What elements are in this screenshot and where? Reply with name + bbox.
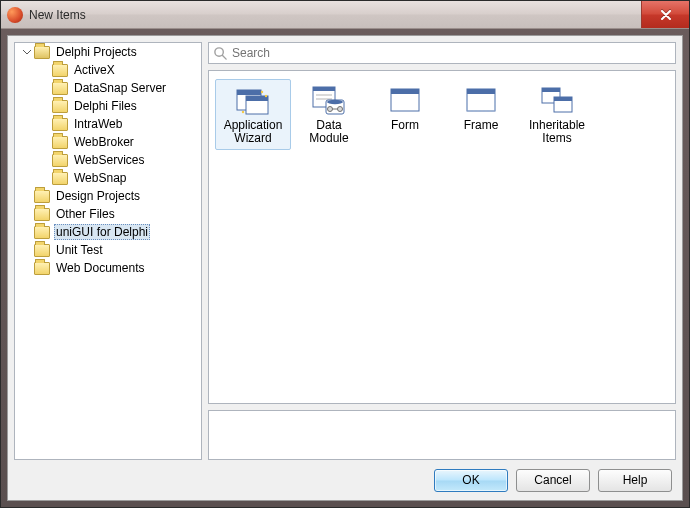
search-box[interactable] [208, 42, 676, 64]
wizard-icon [236, 84, 270, 116]
folder-icon [52, 64, 68, 77]
folder-icon [34, 244, 50, 257]
folder-icon [52, 172, 68, 185]
gallery-item-label: DataModule [309, 119, 348, 145]
expander-placeholder [21, 244, 33, 256]
gallery-item[interactable]: ApplicationWizard [215, 79, 291, 150]
gallery-item-label: Form [391, 119, 419, 132]
tree-node-label: IntraWeb [72, 117, 124, 131]
tree-node[interactable]: ActiveX [15, 61, 201, 79]
frame-icon [464, 84, 498, 116]
folder-icon [34, 262, 50, 275]
svg-point-0 [215, 47, 223, 55]
search-input[interactable] [232, 46, 671, 60]
folder-icon [52, 154, 68, 167]
tree-node-label: Delphi Projects [54, 45, 139, 59]
expander-placeholder [21, 226, 33, 238]
split-area: Delphi ProjectsActiveXDataSnap ServerDel… [8, 36, 682, 460]
tree-node-label: DataSnap Server [72, 81, 168, 95]
expander-placeholder [21, 190, 33, 202]
gallery-item[interactable]: InheritableItems [519, 79, 595, 150]
tree-node[interactable]: Other Files [15, 205, 201, 223]
tree-node[interactable]: WebBroker [15, 133, 201, 151]
titlebar: New Items [1, 1, 689, 29]
tree-node-label: WebSnap [72, 171, 128, 185]
folder-icon [34, 190, 50, 203]
dialog-window: New Items Delphi ProjectsActiveXDataSnap… [0, 0, 690, 508]
form-icon [388, 84, 422, 116]
folder-icon [52, 100, 68, 113]
expander-placeholder [39, 64, 51, 76]
client-frame: Delphi ProjectsActiveXDataSnap ServerDel… [1, 29, 689, 507]
expander-placeholder [39, 154, 51, 166]
tree-node-label: Design Projects [54, 189, 142, 203]
folder-icon [52, 136, 68, 149]
window-title: New Items [29, 8, 641, 22]
tree-node[interactable]: uniGUI for Delphi [15, 223, 201, 241]
tree-node-label: uniGUI for Delphi [54, 224, 150, 240]
expander-placeholder [39, 118, 51, 130]
folder-icon [34, 226, 50, 239]
tree-node[interactable]: WebServices [15, 151, 201, 169]
close-icon [660, 10, 672, 20]
tree-node[interactable]: Web Documents [15, 259, 201, 277]
tree-node-label: WebBroker [72, 135, 136, 149]
folder-icon [52, 82, 68, 95]
item-list[interactable]: ApplicationWizardDataModuleFormFrameInhe… [208, 70, 676, 404]
gallery-item-label: InheritableItems [529, 119, 585, 145]
tree-node[interactable]: Delphi Projects [15, 43, 201, 61]
tree-node-label: Web Documents [54, 261, 146, 275]
tree-node[interactable]: Unit Test [15, 241, 201, 259]
tree-node[interactable]: Delphi Files [15, 97, 201, 115]
tree-node-label: Other Files [54, 207, 117, 221]
tree-node[interactable]: Design Projects [15, 187, 201, 205]
tree-node-label: Delphi Files [72, 99, 139, 113]
window-controls [641, 1, 689, 28]
gallery-item[interactable]: Form [367, 79, 443, 137]
tree-node-label: WebServices [72, 153, 146, 167]
gallery-item-label: Frame [464, 119, 499, 132]
expander-placeholder [39, 172, 51, 184]
tree-node-label: ActiveX [72, 63, 117, 77]
expander-placeholder [39, 100, 51, 112]
folder-icon [52, 118, 68, 131]
app-icon [7, 7, 23, 23]
tree-node-label: Unit Test [54, 243, 104, 257]
gallery-item[interactable]: Frame [443, 79, 519, 137]
right-panel: ApplicationWizardDataModuleFormFrameInhe… [208, 42, 676, 460]
datamodule-icon [312, 84, 346, 116]
client-area: Delphi ProjectsActiveXDataSnap ServerDel… [7, 35, 683, 501]
folder-icon [34, 208, 50, 221]
description-pane [208, 410, 676, 460]
tree-node[interactable]: DataSnap Server [15, 79, 201, 97]
category-tree[interactable]: Delphi ProjectsActiveXDataSnap ServerDel… [14, 42, 202, 460]
tree-node[interactable]: WebSnap [15, 169, 201, 187]
help-button[interactable]: Help [598, 469, 672, 492]
button-bar: OK Cancel Help [8, 460, 682, 500]
expander-placeholder [39, 136, 51, 148]
expander-placeholder [39, 82, 51, 94]
ok-button[interactable]: OK [434, 469, 508, 492]
folder-icon [34, 46, 50, 59]
expander-placeholder [21, 208, 33, 220]
chevron-down-icon[interactable] [21, 46, 33, 58]
close-button[interactable] [641, 1, 689, 28]
inherit-icon [540, 84, 574, 116]
gallery-item-label: ApplicationWizard [224, 119, 283, 145]
cancel-button[interactable]: Cancel [516, 469, 590, 492]
search-icon [213, 46, 228, 61]
svg-line-1 [223, 55, 227, 59]
tree-node[interactable]: IntraWeb [15, 115, 201, 133]
expander-placeholder [21, 262, 33, 274]
gallery-item[interactable]: DataModule [291, 79, 367, 150]
